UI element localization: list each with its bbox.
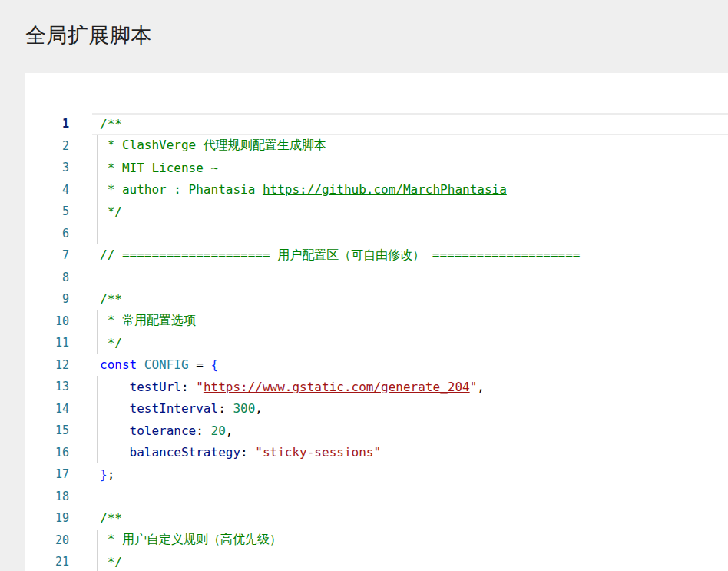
line-number[interactable]: 12 [25,358,69,372]
code-token: * MIT License ~ [100,161,218,175]
code-line[interactable]: 5 */ [25,201,728,223]
code-line[interactable]: 13 testUrl: "https://www.gstatic.com/gen… [25,376,728,398]
code-token: " [196,380,204,394]
code-token: testUrl [130,380,181,394]
code-text: * 常用配置选项 [69,313,196,329]
code-line[interactable]: 6 [25,223,728,245]
code-token: balanceStrategy [130,445,241,460]
code-text: testUrl: "https://www.gstatic.com/genera… [69,380,485,394]
code-token [100,401,130,416]
code-line[interactable]: 9/** [25,288,728,310]
page-title: 全局扩展脚本 [25,22,728,49]
line-number[interactable]: 3 [25,161,69,174]
line-number[interactable]: 11 [25,336,69,350]
code-line[interactable]: 4 * author : Phantasia https://github.co… [25,179,728,201]
code-token [100,423,130,438]
code-token: */ [100,555,122,569]
code-token: * 常用配置选项 [100,313,196,327]
code-token: /** [100,292,122,307]
code-token: */ [100,336,122,350]
code-text: * MIT License ~ [69,161,218,175]
code-link[interactable]: https://www.gstatic.com/generate_204 [204,380,470,394]
code-token: , [226,423,233,438]
code-text: tolerance: 20, [69,423,233,438]
line-number[interactable]: 10 [25,314,69,328]
code-text: // ==================== 用户配置区（可自由修改） ===… [69,247,580,264]
line-number[interactable]: 1 [25,117,69,131]
code-text: const CONFIG = { [69,357,218,372]
code-token: : [218,401,233,416]
code-token: 20 [211,423,226,438]
line-number[interactable]: 6 [25,227,69,241]
code-line[interactable]: 14 testInterval: 300, [25,398,728,420]
code-line[interactable]: 17}; [25,463,728,486]
code-line[interactable]: 21 */ [25,551,728,571]
code-text: * author : Phantasia https://github.com/… [69,182,507,197]
code-line[interactable]: 7// ==================== 用户配置区（可自由修改） ==… [25,244,728,267]
page-header: 全局扩展脚本 [0,0,728,73]
code-token: * author : Phantasia [100,182,263,197]
code-text: * ClashVerge 代理规则配置生成脚本 [69,138,326,154]
code-text: */ [69,336,122,350]
code-line[interactable]: 19/** [25,507,728,530]
line-number[interactable]: 9 [25,292,69,306]
code-token: testInterval [130,401,219,416]
line-number[interactable]: 13 [25,380,69,393]
code-token: = [189,357,211,372]
line-number[interactable]: 14 [25,402,69,416]
code-line[interactable]: 3 * MIT License ~ [25,157,728,179]
code-token: * 用户自定义规则（高优先级） [100,532,282,546]
code-text: testInterval: 300, [69,401,263,416]
code-token: 300 [233,401,255,416]
line-number[interactable]: 21 [25,555,69,569]
code-text: /** [69,292,122,307]
line-number[interactable]: 8 [25,271,69,284]
code-token: : [181,380,196,394]
code-token: /** [100,511,122,526]
code-token: } [100,467,108,482]
code-line[interactable]: 15 tolerance: 20, [25,420,728,442]
code-link[interactable]: https://github.com/MarchPhantasia [263,182,507,197]
code-token: tolerance [130,423,197,438]
editor-panel: 1/**2 * ClashVerge 代理规则配置生成脚本3 * MIT Lic… [25,73,728,571]
code-token: * ClashVerge 代理规则配置生成脚本 [100,138,326,152]
line-number[interactable]: 7 [25,248,69,262]
code-token: , [255,401,263,416]
code-token: { [211,357,219,372]
code-line[interactable]: 16 balanceStrategy: "sticky-sessions" [25,442,728,464]
code-line[interactable]: 2 * ClashVerge 代理规则配置生成脚本 [25,135,728,158]
code-text: /** [69,511,122,526]
code-line[interactable]: 1/** [25,113,728,135]
line-number[interactable]: 19 [25,511,69,525]
line-number[interactable]: 15 [25,423,69,437]
code-token: "sticky-sessions" [255,445,381,460]
code-token: const [100,357,137,372]
code-line[interactable]: 8 [25,267,728,289]
line-number[interactable]: 4 [25,183,69,197]
code-token: CONFIG [144,357,189,372]
code-text: }; [69,467,114,482]
code-text: balanceStrategy: "sticky-sessions" [69,445,381,460]
code-token: ; [108,467,115,482]
line-number[interactable]: 5 [25,204,69,218]
line-number[interactable]: 18 [25,490,69,503]
code-text: /** [69,117,122,131]
line-number[interactable]: 17 [25,467,69,481]
code-text: */ [69,555,122,569]
code-token: /** [100,117,122,131]
line-number[interactable]: 20 [25,533,69,547]
code-token: , [477,380,485,394]
code-text: */ [69,204,122,219]
code-line[interactable]: 18 [25,486,728,508]
code-line[interactable]: 12const CONFIG = { [25,354,728,377]
code-area[interactable]: 1/**2 * ClashVerge 代理规则配置生成脚本3 * MIT Lic… [25,73,728,571]
code-line[interactable]: 10 * 常用配置选项 [25,310,728,333]
line-number[interactable]: 2 [25,139,69,153]
code-token: : [240,445,255,460]
code-line[interactable]: 20 * 用户自定义规则（高优先级） [25,530,728,552]
code-token [100,445,130,460]
line-number[interactable]: 16 [25,446,69,460]
code-line[interactable]: 11 */ [25,332,728,354]
code-token [137,357,144,372]
code-token: // ==================== 用户配置区（可自由修改） ===… [100,247,580,262]
